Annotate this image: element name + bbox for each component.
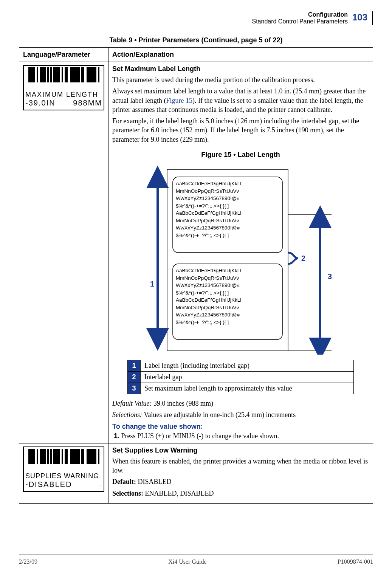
label-length-diagram: AaBbCcDdEeFfGgHhIiJjKkLl MmNnOoPpQqRrSsT…: [135, 166, 347, 355]
cell-lcd-supplies-warning: SUPPLIES WARNING -DISABLED +: [19, 443, 108, 503]
label-sample-text: AaBbCcDdEeFfGgHhIiJjKkLl MmNnOoPpQqRrSsT…: [176, 267, 279, 326]
svg-rect-2: [40, 67, 46, 82]
svg-rect-4: [50, 67, 52, 82]
param-title: Set Supplies Low Warning: [112, 446, 369, 454]
lcd-display-supplies-warning: SUPPLIES WARNING -DISABLED +: [23, 446, 104, 492]
svg-rect-8: [70, 67, 80, 82]
legend-row: 1 Label length (including interlabel gap…: [128, 360, 354, 372]
table-caption: Table 9 • Printer Parameters (Continued,…: [19, 36, 373, 44]
svg-rect-21: [40, 449, 46, 464]
body-text: Always set maximum label length to a val…: [112, 87, 369, 114]
header-line1: Configuration: [252, 11, 347, 18]
default-value: 39.0 inches (988 mm): [153, 400, 213, 407]
legend-num: 3: [128, 383, 141, 394]
svg-rect-30: [98, 449, 99, 464]
svg-rect-9: [81, 67, 84, 82]
figure-label-length: AaBbCcDdEeFfGgHhIiJjKkLl MmNnOoPpQqRrSsT…: [112, 166, 369, 355]
legend-num: 2: [128, 372, 141, 383]
page-header: Configuration Standard Control Panel Par…: [19, 11, 373, 25]
selections-line: Selections: Values are adjustable in one…: [112, 410, 369, 419]
table-row: SUPPLIES WARNING -DISABLED + Set Supplie…: [19, 443, 373, 503]
selections-value: Values are adjustable in one-inch (25.4 …: [144, 411, 296, 419]
lcd-display-max-length: MAXIMUM LENGTH -39.0IN 988MM: [23, 65, 104, 110]
legend-num: 1: [128, 360, 141, 372]
step: 1. Press PLUS (+) or MINUS (-) to change…: [114, 432, 369, 440]
svg-rect-11: [98, 67, 99, 82]
svg-rect-1: [37, 67, 38, 82]
lcd-line1: MAXIMUM LENGTH: [25, 91, 102, 99]
lcd-value-right: +: [99, 484, 102, 489]
figure-caption: Figure 15 • Label Length: [112, 151, 369, 159]
change-heading: To change the value shown:: [112, 423, 369, 431]
svg-rect-22: [47, 449, 49, 464]
lcd-line2: -39.0IN 988MM: [25, 99, 102, 107]
page-number: 103: [352, 11, 367, 23]
label-sample-text: AaBbCcDdEeFfGgHhIiJjKkLl MmNnOoPpQqRrSsT…: [176, 180, 279, 239]
page: Configuration Standard Control Panel Par…: [0, 0, 392, 572]
svg-rect-27: [70, 449, 80, 464]
barcode-icon: [24, 449, 105, 464]
callout-2: 2: [301, 254, 305, 262]
legend-row: 2 Interlabel gap: [128, 372, 354, 383]
figure-link[interactable]: Figure 15: [166, 97, 192, 104]
default-value-line: Default Value: 39.0 inches (988 mm): [112, 399, 369, 408]
default-value: DISABLED: [138, 478, 171, 485]
svg-rect-24: [53, 449, 60, 464]
callout-3: 3: [328, 272, 332, 281]
legend-row: 3 Set maximum label length to approximat…: [128, 383, 354, 394]
lcd-value-right: 988MM: [73, 99, 102, 107]
selections-line: Selections: ENABLED, DISABLED: [112, 489, 369, 498]
default-line: Default: DISABLED: [112, 477, 369, 486]
barcode-icon: [24, 67, 105, 82]
legend-text: Label length (including interlabel gap): [141, 360, 354, 372]
legend-text: Set maximum label length to approximatel…: [141, 383, 354, 394]
col-action-explanation: Action/Explanation: [108, 48, 373, 62]
svg-rect-7: [65, 67, 68, 82]
cell-explanation-max-length: Set Maximum Label Length This parameter …: [108, 62, 373, 443]
table-row: MAXIMUM LENGTH -39.0IN 988MM Set Maximum…: [19, 62, 373, 443]
lcd-value-left: -DISABLED: [25, 480, 72, 489]
svg-rect-19: [28, 449, 35, 464]
parameters-table: Language/Parameter Action/Explanation MA…: [19, 47, 373, 504]
header-line2: Standard Control Panel Parameters: [252, 18, 347, 25]
svg-rect-6: [62, 67, 63, 82]
body-text: This parameter is used during the media …: [112, 75, 369, 84]
svg-rect-23: [50, 449, 52, 464]
step-text: Press PLUS (+) or MINUS (-) to change th…: [121, 432, 279, 440]
svg-rect-10: [87, 67, 96, 82]
selections-label: Selections:: [112, 411, 144, 419]
body-text: For example, if the label length is 5.0 …: [112, 116, 369, 144]
body-text: When this feature is enabled, the printe…: [112, 457, 369, 475]
lcd-value-left: -39.0IN: [25, 99, 56, 107]
default-label: Default Value:: [112, 400, 153, 407]
page-footer: 2/23/09 Xi4 User Guide P1009874-001: [19, 554, 373, 565]
callout-1: 1: [150, 280, 154, 288]
legend-text: Interlabel gap: [141, 372, 354, 383]
col-language-parameter: Language/Parameter: [19, 48, 108, 62]
svg-rect-29: [87, 449, 96, 464]
default-label: Default:: [112, 478, 138, 485]
footer-docid: P1009874-001: [338, 558, 373, 565]
cell-explanation-supplies-warning: Set Supplies Low Warning When this featu…: [108, 443, 373, 503]
svg-rect-26: [65, 449, 68, 464]
cell-lcd-max-length: MAXIMUM LENGTH -39.0IN 988MM: [19, 62, 108, 443]
selections-value: ENABLED, DISABLED: [145, 490, 214, 497]
svg-rect-0: [28, 67, 35, 82]
svg-rect-3: [47, 67, 49, 82]
figure-legend: 1 Label length (including interlabel gap…: [127, 360, 354, 394]
step-number: 1.: [114, 432, 119, 440]
svg-rect-28: [81, 449, 84, 464]
selections-label: Selections:: [112, 490, 145, 497]
svg-rect-20: [37, 449, 38, 464]
param-title: Set Maximum Label Length: [112, 65, 369, 73]
header-text: Configuration Standard Control Panel Par…: [252, 11, 347, 25]
svg-rect-5: [53, 67, 60, 82]
svg-rect-25: [62, 449, 63, 464]
lcd-line2: -DISABLED +: [25, 480, 102, 489]
footer-date: 2/23/09: [19, 558, 37, 565]
lcd-line1: SUPPLIES WARNING: [25, 472, 102, 480]
footer-title: Xi4 User Guide: [168, 558, 206, 565]
